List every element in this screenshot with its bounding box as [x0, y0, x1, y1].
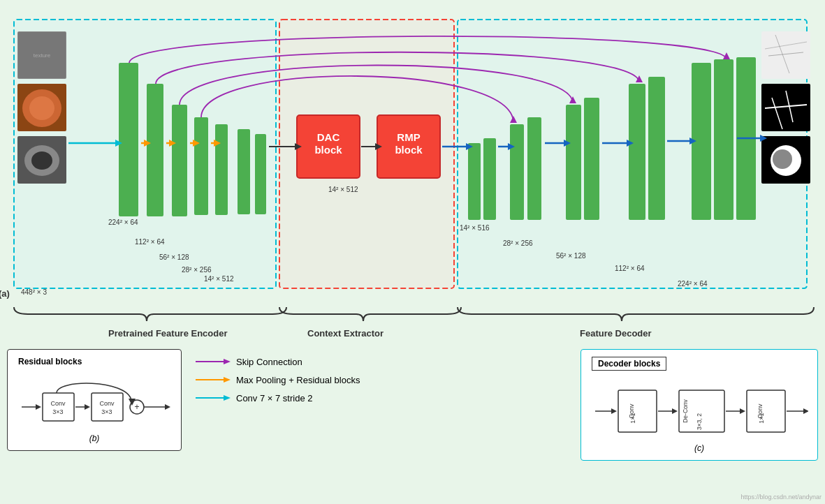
svg-rect-42 — [629, 84, 645, 220]
svg-text:112² × 64: 112² × 64 — [135, 238, 165, 246]
svg-text:+: + — [134, 402, 139, 412]
svg-text:56² × 128: 56² × 128 — [556, 252, 586, 260]
svg-rect-28 — [238, 129, 250, 214]
svg-rect-23 — [119, 63, 138, 216]
decoder-blocks-box: Decoder blocks Conv 1×1 De-Conv 3×3, 2 — [581, 349, 818, 461]
svg-rect-95 — [43, 393, 74, 421]
svg-rect-40 — [566, 105, 581, 220]
svg-point-22 — [773, 149, 792, 169]
svg-rect-39 — [527, 117, 541, 220]
svg-point-8 — [29, 96, 54, 120]
svg-marker-111 — [224, 377, 231, 383]
max-pooling-arrow — [196, 374, 231, 385]
svg-rect-45 — [714, 59, 733, 220]
svg-text:Feature Decoder: Feature Decoder — [580, 328, 652, 339]
svg-text:3×3, 2: 3×3, 2 — [696, 413, 703, 430]
svg-marker-115 — [611, 408, 617, 414]
svg-text:Pretrained Feature Encoder: Pretrained Feature Encoder — [108, 328, 228, 339]
conv-arrow — [196, 392, 231, 403]
skip-connection-arrow — [196, 356, 231, 367]
svg-text:28² × 256: 28² × 256 — [503, 239, 533, 247]
svg-rect-38 — [510, 124, 524, 220]
svg-marker-94 — [36, 404, 41, 410]
svg-text:texture: texture — [34, 52, 51, 59]
figure-c-label: (c) — [592, 443, 807, 453]
svg-text:14² × 512: 14² × 512 — [204, 275, 234, 283]
svg-rect-126 — [747, 390, 785, 432]
svg-marker-130 — [803, 408, 808, 414]
svg-text:block: block — [395, 144, 423, 156]
svg-text:1×1: 1×1 — [629, 413, 636, 423]
svg-marker-125 — [740, 408, 745, 414]
svg-text:56² × 128: 56² × 128 — [159, 253, 189, 261]
residual-blocks-box: Residual blocks Conv 3×3 Conv 3×3 + — [7, 349, 182, 451]
svg-rect-100 — [92, 393, 123, 421]
svg-rect-27 — [215, 124, 228, 215]
svg-rect-12 — [761, 31, 810, 79]
conv-label: Conv 7 × 7 stride 2 — [236, 393, 312, 403]
svg-rect-36 — [468, 143, 481, 220]
skip-connection-label: Skip Connection — [236, 357, 302, 367]
legend-section: Skip Connection Max Pooling + Residual b… — [196, 349, 567, 403]
svg-text:1×1: 1×1 — [758, 413, 765, 423]
svg-text:224² × 64: 224² × 64 — [678, 280, 708, 288]
main-container: texture — [7, 7, 818, 496]
svg-rect-24 — [147, 84, 163, 216]
svg-text:112² × 64: 112² × 64 — [615, 265, 645, 272]
svg-text:Conv: Conv — [99, 400, 115, 407]
svg-text:14² × 512: 14² × 512 — [328, 186, 358, 193]
svg-marker-99 — [85, 404, 90, 410]
svg-marker-113 — [224, 395, 231, 401]
svg-text:448² × 3: 448² × 3 — [21, 288, 47, 296]
svg-text:RMP: RMP — [397, 131, 420, 143]
svg-text:Conv: Conv — [50, 400, 66, 407]
residual-title: Residual blocks — [18, 357, 170, 366]
figure-b-label: (b) — [18, 433, 170, 443]
svg-rect-43 — [648, 77, 665, 220]
svg-rect-25 — [172, 105, 187, 216]
svg-text:(a): (a) — [0, 288, 10, 299]
svg-rect-37 — [483, 138, 496, 220]
svg-marker-120 — [672, 408, 678, 414]
svg-point-11 — [31, 151, 52, 170]
svg-text:De-Conv: De-Conv — [682, 399, 689, 422]
svg-rect-26 — [194, 117, 208, 215]
residual-diagram: Conv 3×3 Conv 3×3 + — [18, 372, 172, 428]
svg-text:3×3: 3×3 — [52, 408, 63, 415]
decoder-diagram: Conv 1×1 De-Conv 3×3, 2 Conv 1×1 — [592, 376, 808, 439]
svg-marker-106 — [165, 404, 170, 410]
svg-rect-29 — [255, 134, 266, 214]
decoder-title: Decoder blocks — [592, 357, 666, 371]
max-pooling-label: Max Pooling + Residual blocks — [236, 375, 360, 385]
svg-rect-116 — [618, 390, 657, 432]
svg-marker-109 — [224, 359, 231, 364]
svg-text:block: block — [314, 144, 342, 156]
svg-text:14² × 516: 14² × 516 — [460, 224, 490, 232]
svg-text:224² × 64: 224² × 64 — [108, 218, 138, 226]
watermark: https://blog.csdn.net/andynar — [740, 494, 822, 501]
svg-rect-41 — [584, 98, 599, 220]
svg-text:28² × 256: 28² × 256 — [182, 266, 212, 274]
svg-text:DAC: DAC — [317, 131, 340, 143]
svg-text:3×3: 3×3 — [101, 408, 112, 415]
architecture-diagram: texture — [7, 7, 818, 314]
svg-text:Context Extractor: Context Extractor — [307, 328, 384, 339]
